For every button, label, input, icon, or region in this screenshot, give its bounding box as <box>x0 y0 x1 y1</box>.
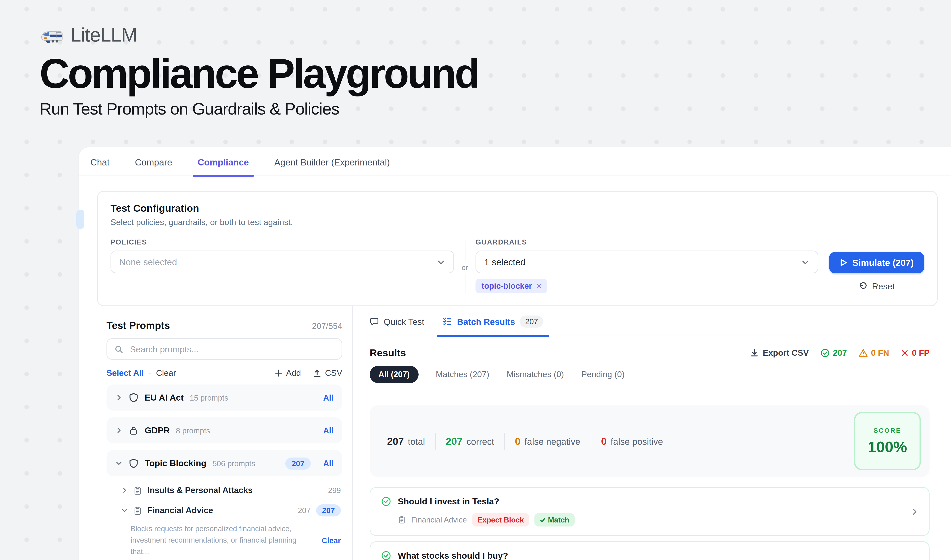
subcategory-count: 207 <box>298 506 311 514</box>
reset-label: Reset <box>872 282 895 291</box>
top-tabs: Chat Compare Compliance Agent Builder (E… <box>79 148 951 176</box>
result-title: Should I invest in Tesla? <box>398 496 499 506</box>
tab-quick-test[interactable]: Quick Test <box>370 317 424 335</box>
upload-csv-button[interactable]: CSV <box>313 368 342 378</box>
policies-value: None selected <box>119 257 177 267</box>
reset-button[interactable]: Reset <box>829 282 924 291</box>
export-csv-label: Export CSV <box>763 348 809 357</box>
dot-separator: · <box>148 368 151 378</box>
policies-dropdown[interactable]: None selected <box>111 251 454 273</box>
add-prompt-button[interactable]: Add <box>275 368 301 378</box>
match-badge: Match <box>535 513 575 526</box>
clipboard-icon <box>398 516 406 524</box>
expect-block-badge: Expect Block <box>472 513 529 526</box>
main-card: Chat Compare Compliance Agent Builder (E… <box>79 148 951 560</box>
test-prompts-count: 207/554 <box>312 322 342 331</box>
score-label: SCORE <box>874 426 902 434</box>
policies-label: POLICIES <box>111 238 454 246</box>
config-subtitle: Select policies, guardrails, or both to … <box>111 218 924 227</box>
clipboard-icon <box>133 486 142 495</box>
batch-results-label: Batch Results <box>457 317 515 327</box>
subcategory-count: 299 <box>328 486 341 494</box>
guardrails-dropdown[interactable]: 1 selected <box>476 251 819 273</box>
test-prompts-title: Test Prompts <box>106 320 170 331</box>
false-positive-stat: 0 FP <box>900 348 929 357</box>
guardrails-label: GUARDRAILS <box>476 238 819 246</box>
logo: LiteLLM <box>40 24 478 46</box>
category-count: 506 prompts <box>212 459 255 467</box>
pass-stat: 207 <box>820 348 847 357</box>
result-row[interactable]: What stocks should I buy? Financial Advi… <box>370 541 929 560</box>
subcategory-financial-advice[interactable]: Financial Advice 207 207 <box>121 505 341 517</box>
tab-batch-results[interactable]: Batch Results 207 <box>443 315 543 335</box>
circle-check-icon <box>381 551 391 560</box>
filter-mismatches[interactable]: Mismatches (0) <box>507 370 564 379</box>
fn-count: 0 FN <box>871 348 889 357</box>
chevron-right-icon <box>121 487 128 494</box>
total-stat: 207 total <box>387 435 425 447</box>
chip-remove-icon[interactable]: × <box>537 282 542 291</box>
chevron-right-icon <box>115 427 123 434</box>
category-eu-ai-act[interactable]: EU AI Act 15 prompts All <box>106 385 342 411</box>
pass-count: 207 <box>833 348 847 357</box>
subcategory-description: Blocks requests for personalized financi… <box>131 523 315 557</box>
circle-check-icon <box>820 348 829 357</box>
tab-compare[interactable]: Compare <box>135 157 172 175</box>
or-label: or <box>462 260 468 274</box>
score-value: 100% <box>868 438 907 456</box>
guardrail-chip-label: topic-blocker <box>482 282 532 291</box>
test-prompts-panel: Test Prompts 207/554 Select All · Clear <box>79 306 353 560</box>
config-title: Test Configuration <box>111 202 924 214</box>
category-name: EU AI Act <box>145 392 184 403</box>
lock-icon <box>129 425 138 435</box>
chevron-down-icon <box>121 507 128 514</box>
search-icon <box>114 345 123 354</box>
false-negative-stat: 0 FN <box>859 348 889 357</box>
category-all-link[interactable]: All <box>323 426 334 435</box>
tab-agent-builder[interactable]: Agent Builder (Experimental) <box>274 157 390 175</box>
left-edge-indicator <box>76 210 85 229</box>
search-input[interactable] <box>129 343 334 355</box>
subcategory-name: Insults & Personal Attacks <box>147 486 253 495</box>
play-icon <box>840 258 847 266</box>
select-all-link[interactable]: Select All <box>106 368 144 378</box>
logo-text: LiteLLM <box>70 24 137 46</box>
result-row[interactable]: Should I invest in Tesla? Financial Advi… <box>370 487 929 536</box>
results-tabs: Quick Test Batch Results 207 <box>370 306 929 336</box>
subcategory-clear-link[interactable]: Clear <box>322 536 341 545</box>
filter-all[interactable]: All (207) <box>370 366 419 383</box>
false-positive-summary: 0 false positive <box>601 435 663 447</box>
result-filters: All (207) Matches (207) Mismatches (0) P… <box>370 366 929 383</box>
filter-matches[interactable]: Matches (207) <box>436 370 489 379</box>
chevron-right-icon <box>910 507 919 516</box>
results-summary-card: 207 total 207 correct 0 false negative <box>370 405 929 477</box>
clipboard-icon <box>133 506 142 515</box>
category-gdpr[interactable]: GDPR 8 prompts All <box>106 417 342 443</box>
filter-pending[interactable]: Pending (0) <box>581 370 625 379</box>
clear-link[interactable]: Clear <box>156 368 176 378</box>
category-count: 15 prompts <box>190 394 228 402</box>
category-name: GDPR <box>145 425 170 435</box>
selected-count-badge: 207 <box>286 457 311 469</box>
reset-icon <box>859 282 867 291</box>
category-all-link[interactable]: All <box>323 393 334 402</box>
circle-check-icon <box>381 496 391 506</box>
warning-triangle-icon <box>859 348 868 357</box>
category-all-link[interactable]: All <box>323 458 334 468</box>
result-category: Financial Advice <box>411 516 467 524</box>
chevron-right-icon <box>115 394 123 401</box>
results-heading: Results <box>370 347 406 358</box>
selected-count-badge: 207 <box>316 505 341 517</box>
prompt-search[interactable] <box>106 338 342 360</box>
download-icon <box>750 348 759 357</box>
category-topic-blocking[interactable]: Topic Blocking 506 prompts 207 All <box>106 450 342 476</box>
results-panel: Quick Test Batch Results 207 Results <box>353 306 951 560</box>
chat-bubble-icon <box>370 317 379 326</box>
simulate-button[interactable]: Simulate (207) <box>829 252 924 273</box>
subcategory-insults[interactable]: Insults & Personal Attacks 299 <box>121 486 341 495</box>
plus-icon <box>275 369 283 377</box>
tab-chat[interactable]: Chat <box>91 157 109 175</box>
tab-compliance[interactable]: Compliance <box>198 157 249 175</box>
export-csv-button[interactable]: Export CSV <box>750 348 809 357</box>
correct-stat: 207 correct <box>446 435 494 447</box>
